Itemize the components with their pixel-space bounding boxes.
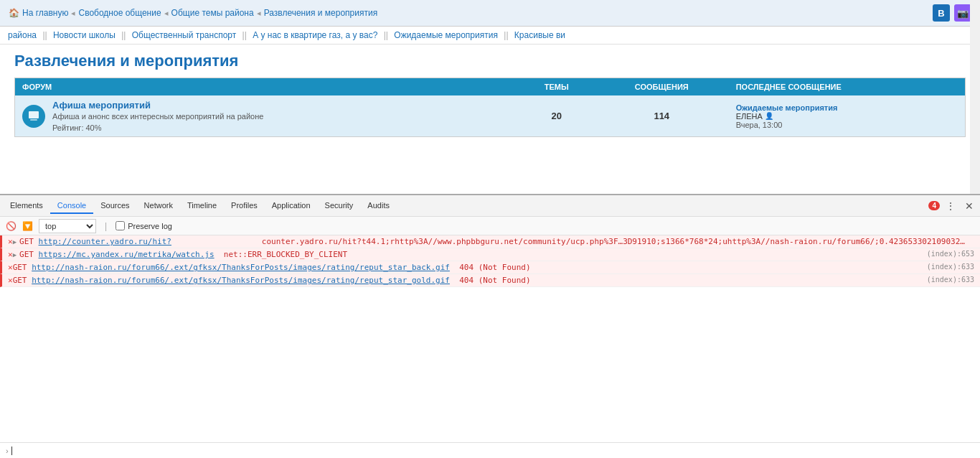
tab-elements[interactable]: Elements [3, 198, 50, 214]
forum-rating: Рейтинг: 40% [52, 123, 263, 132]
last-post-cell: Ожидаемые мероприятия ЕЛЕНА 👤 Вчера, 13:… [729, 95, 966, 137]
preserve-log-text: Preserve log [128, 222, 172, 230]
page-main: Развлечения и мероприятия ФОРУМ ТЕМЫ СОО… [0, 45, 980, 144]
tab-security[interactable]: Security [318, 198, 361, 214]
tab-profiles[interactable]: Profiles [224, 198, 265, 214]
tab-sources[interactable]: Sources [93, 198, 136, 214]
console-msg-4: ✕ GET http://nash-raion.ru/forum66/.ext/… [0, 274, 980, 287]
devtools-toolbar-right: 4 ⋮ ✕ [928, 198, 977, 214]
vk-icon-btn[interactable]: В [933, 4, 950, 22]
forum-data-row: Афиша мероприятий Афиша и анонс всех инт… [15, 95, 966, 137]
page-scrollbar[interactable] [970, 0, 980, 194]
col-messages: СООБЩЕНИЯ [595, 78, 729, 96]
home-icon: 🏠 [9, 8, 19, 18]
msg-content-1: GET http://counter.yadro.ru/hit? counter… [19, 237, 969, 246]
no-entry-icon: 🚫 [6, 221, 17, 231]
forum-header-row: ФОРУМ ТЕМЫ СООБЩЕНИЯ ПОСЛЕДНЕЕ СООБЩЕНИЕ [15, 78, 966, 96]
msg-error-2: net::ERR_BLOCKED_BY_CLIENT [224, 250, 347, 259]
msg-location-3: (index):633 [927, 263, 974, 271]
error-icon-3: ✕ [8, 263, 13, 272]
nav-link-3[interactable]: Общественный транспорт [132, 30, 237, 40]
console-msg-2: ✕ ▶ GET https://mc.yandex.ru/metrika/wat… [0, 248, 980, 261]
messages-count: 114 [595, 95, 729, 137]
forum-desc: Афиша и анонс всех интересных мероприяти… [52, 112, 263, 121]
tab-audits[interactable]: Audits [360, 198, 397, 214]
expand-icon-1[interactable]: ▶ [13, 238, 17, 246]
user-small-icon: 👤 [765, 112, 773, 120]
error-icon-4: ✕ [8, 276, 13, 285]
msg-content-2: GET https://mc.yandex.ru/metrika/watch.j… [19, 250, 921, 259]
msg-url-2[interactable]: https://mc.yandex.ru/metrika/watch.js [39, 250, 215, 259]
last-post-user: ЕЛЕНА 👤 [736, 112, 958, 121]
msg-content-4: GET http://nash-raion.ru/forum66/.ext/gf… [13, 276, 921, 285]
expand-icon-2[interactable]: ▶ [13, 251, 17, 258]
console-msg-3: ✕ GET http://nash-raion.ru/forum66/.ext/… [0, 261, 980, 274]
msg-url-4[interactable]: http://nash-raion.ru/forum66/.ext/gfksx/… [32, 276, 450, 285]
msg-url-1[interactable]: http://counter.yadro.ru/hit? [39, 237, 171, 246]
last-post-title[interactable]: Ожидаемые мероприятия [736, 103, 958, 112]
tab-network[interactable]: Network [137, 198, 180, 214]
console-input-row[interactable]: › [0, 442, 980, 458]
devtools-console-toolbar: 🚫 🔽 top | Preserve log [0, 217, 980, 235]
last-post: Ожидаемые мероприятия ЕЛЕНА 👤 Вчера, 13:… [736, 103, 958, 129]
forum-text: Афиша мероприятий Афиша и анонс всех инт… [52, 100, 263, 132]
msg-content-3: GET http://nash-raion.ru/forum66/.ext/gf… [13, 263, 921, 272]
preserve-log-checkbox[interactable] [116, 221, 125, 230]
nav-links-bar: района || Новости школы || Общественный … [0, 27, 980, 45]
topics-count: 20 [519, 95, 595, 137]
devtools-close-btn[interactable]: ✕ [961, 198, 977, 214]
toolbar-separator: | [105, 221, 107, 231]
devtools-toolbar: Elements Console Sources Network Timelin… [0, 195, 980, 217]
breadcrumb-sep2: ◂ [164, 9, 169, 18]
filter-icon: 🔽 [22, 221, 33, 231]
svg-rect-0 [29, 111, 39, 118]
page-title: Развлечения и мероприятия [14, 52, 966, 70]
console-messages: ✕ ▶ GET http://counter.yadro.ru/hit? cou… [0, 235, 980, 442]
breadcrumb-sep1: ◂ [71, 9, 75, 18]
forum-info-cell: Афиша мероприятий Афиша и анонс всех инт… [15, 95, 519, 137]
breadcrumb-home[interactable]: На главную [22, 8, 68, 18]
error-badge: 4 [928, 201, 940, 210]
nav-link-5[interactable]: Ожидаемые мероприятия [394, 30, 498, 40]
console-cursor [11, 447, 12, 455]
msg-error-3: 404 (Not Found) [459, 263, 530, 272]
msg-location-2: (index):653 [927, 250, 974, 258]
last-post-username: ЕЛЕНА [736, 112, 763, 121]
instagram-icon-btn[interactable]: 📷 [954, 4, 971, 22]
breadcrumb-sep3: ◂ [257, 9, 261, 18]
nav-link-4[interactable]: А у нас в квартире газ, а у вас? [253, 30, 377, 40]
svg-rect-1 [30, 119, 37, 121]
console-chevron: › [6, 447, 9, 455]
nav-link-2[interactable]: Новости школы [53, 30, 116, 40]
last-post-time: Вчера, 13:00 [736, 121, 958, 129]
col-forum: ФОРУМ [15, 78, 519, 96]
msg-location-4: (index):633 [927, 276, 974, 284]
breadcrumb-icons: В 📷 [933, 4, 971, 22]
col-last-message: ПОСЛЕДНЕЕ СООБЩЕНИЕ [729, 78, 966, 96]
error-icon-1: ✕ [8, 237, 13, 246]
forum-icon [22, 105, 45, 128]
breadcrumb-bar: 🏠 На главную ◂ Свободное общение ◂ Общие… [0, 0, 980, 27]
msg-url-3[interactable]: http://nash-raion.ru/forum66/.ext/gfksx/… [32, 263, 450, 272]
col-topics: ТЕМЫ [519, 78, 595, 96]
breadcrumb-general[interactable]: Общие темы района [171, 8, 254, 18]
console-msg-1: ✕ ▶ GET http://counter.yadro.ru/hit? cou… [0, 235, 980, 248]
devtools-panel: Elements Console Sources Network Timelin… [0, 194, 980, 458]
tab-application[interactable]: Application [265, 198, 318, 214]
nav-link-1[interactable]: района [8, 30, 37, 40]
tab-timeline[interactable]: Timeline [180, 198, 224, 214]
forum-name-link[interactable]: Афиша мероприятий [52, 100, 151, 111]
breadcrumb-free[interactable]: Свободное общение [78, 8, 161, 18]
nav-link-6[interactable]: Красивые ви [514, 30, 565, 40]
forum-info: Афиша мероприятий Афиша и анонс всех инт… [22, 100, 512, 132]
forum-table: ФОРУМ ТЕМЫ СООБЩЕНИЯ ПОСЛЕДНЕЕ СООБЩЕНИЕ [14, 78, 966, 137]
console-filter-select[interactable]: top [39, 219, 96, 233]
breadcrumb-current: Развлечения и мероприятия [264, 8, 378, 18]
tab-console[interactable]: Console [50, 198, 93, 214]
breadcrumb: 🏠 На главную ◂ Свободное общение ◂ Общие… [9, 8, 377, 18]
devtools-menu-btn[interactable]: ⋮ [943, 198, 958, 214]
error-icon-2: ✕ [8, 250, 13, 259]
msg-error-4: 404 (Not Found) [459, 276, 530, 285]
preserve-log-label[interactable]: Preserve log [116, 221, 172, 230]
